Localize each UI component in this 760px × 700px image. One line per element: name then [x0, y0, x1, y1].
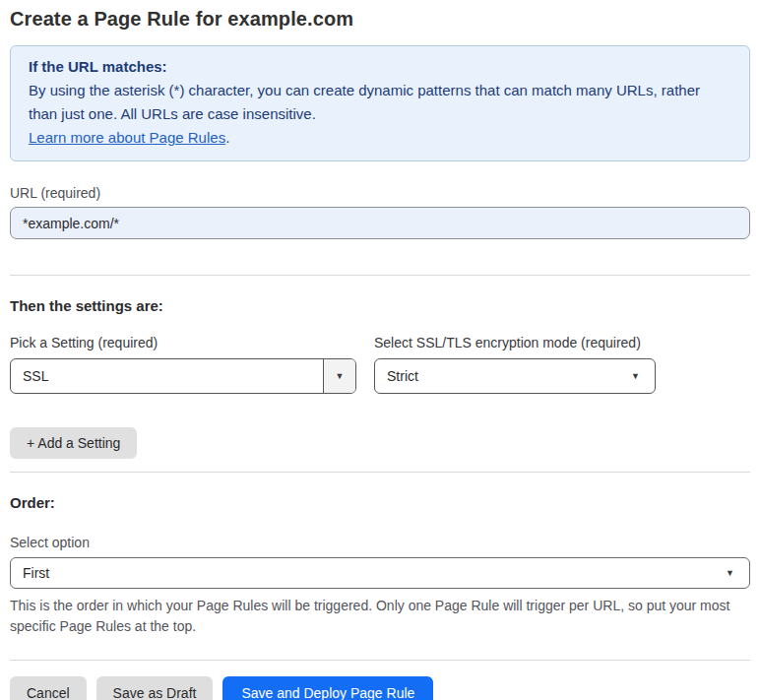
order-help-text: This is the order in which your Page Rul… — [10, 596, 750, 637]
save-draft-button[interactable]: Save as Draft — [96, 676, 214, 700]
divider — [10, 275, 750, 276]
order-value: First — [11, 565, 726, 581]
chevron-down-icon: ▼ — [726, 569, 749, 578]
url-input[interactable] — [10, 207, 750, 239]
divider — [10, 660, 750, 661]
page-title: Create a Page Rule for example.com — [10, 8, 750, 31]
save-deploy-button[interactable]: Save and Deploy Page Rule — [222, 676, 433, 700]
settings-row: Pick a Setting (required) SSL ▼ Select S… — [10, 314, 750, 394]
ssl-mode-value: Strict — [375, 368, 631, 384]
cancel-button[interactable]: Cancel — [10, 676, 87, 700]
mode-picker-column: Select SSL/TLS encryption mode (required… — [374, 314, 656, 394]
settings-heading: Then the settings are: — [10, 297, 750, 314]
mode-picker-label: Select SSL/TLS encryption mode (required… — [374, 335, 656, 350]
setting-picker-dropdown[interactable]: SSL ▼ — [10, 358, 356, 394]
divider — [10, 472, 750, 473]
order-dropdown[interactable]: First ▼ — [10, 557, 750, 589]
info-banner-body: By using the asterisk (*) character, you… — [29, 79, 731, 126]
order-select-label: Select option — [10, 535, 750, 550]
url-field-label: URL (required) — [10, 185, 750, 201]
form-actions: Cancel Save as Draft Save and Deploy Pag… — [10, 676, 750, 700]
learn-more-link[interactable]: Learn more about Page Rules — [29, 129, 225, 146]
setting-picker-label: Pick a Setting (required) — [10, 335, 356, 350]
page-rule-form: Create a Page Rule for example.com If th… — [0, 0, 760, 700]
order-heading: Order: — [10, 494, 750, 511]
info-banner: If the URL matches: By using the asteris… — [10, 45, 750, 161]
chevron-down-icon: ▼ — [631, 372, 655, 381]
info-banner-heading: If the URL matches: — [29, 55, 731, 79]
link-suffix: . — [225, 129, 229, 146]
ssl-mode-dropdown[interactable]: Strict ▼ — [374, 358, 656, 394]
info-banner-link-line: Learn more about Page Rules. — [29, 126, 731, 150]
chevron-down-icon: ▼ — [336, 372, 345, 381]
caret-segment: ▼ — [323, 359, 355, 393]
add-setting-button[interactable]: + Add a Setting — [10, 427, 137, 459]
setting-picker-column: Pick a Setting (required) SSL ▼ — [10, 314, 356, 394]
setting-picker-value: SSL — [11, 368, 323, 384]
